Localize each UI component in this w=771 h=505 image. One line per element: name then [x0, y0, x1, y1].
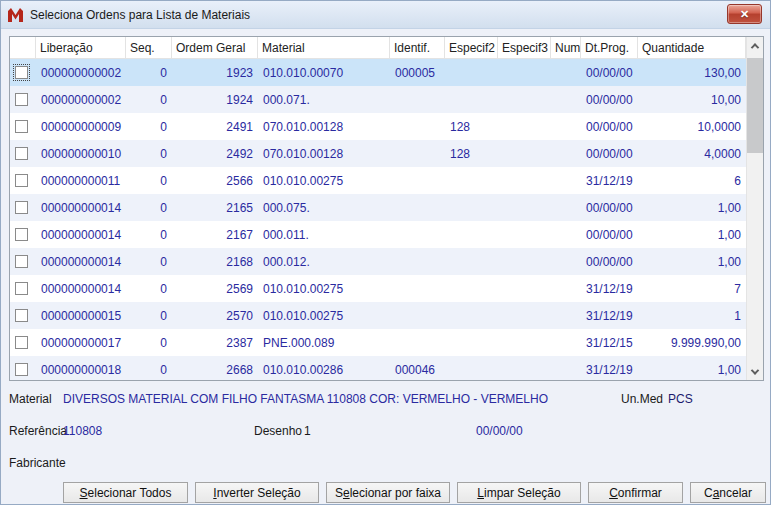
cell-seq: 0	[126, 228, 172, 242]
cell-dtprog: 31/12/19	[581, 174, 638, 188]
table-row[interactable]: 00000000001402167000.011.00/00/001,00	[10, 221, 746, 248]
cell-liberacao: 000000000014	[36, 282, 126, 296]
row-checkbox[interactable]	[15, 66, 28, 79]
vertical-scrollbar[interactable]	[746, 37, 763, 380]
selecionar-todos-button[interactable]: Selecionar Todos	[63, 482, 188, 503]
column-header-ordem[interactable]: Ordem Geral	[172, 37, 258, 58]
cell-liberacao: 000000000014	[36, 255, 126, 269]
cell-ordem: 2387	[172, 336, 258, 350]
cell-quantidade: 7	[638, 282, 746, 296]
cell-liberacao: 000000000018	[36, 363, 126, 377]
cell-seq: 0	[126, 120, 172, 134]
checkbox-cell	[10, 282, 36, 295]
cell-ordem: 2569	[172, 282, 258, 296]
checkbox-cell	[10, 309, 36, 322]
row-checkbox[interactable]	[15, 147, 28, 160]
column-header-especif3[interactable]: Especif3	[498, 37, 551, 58]
checkbox-cell	[10, 147, 36, 160]
table-row[interactable]: 00000000001402165000.075.00/00/001,00	[10, 194, 746, 221]
column-header-num[interactable]: Num	[551, 37, 581, 58]
row-checkbox[interactable]	[15, 174, 28, 187]
cell-dtprog: 31/12/19	[581, 282, 638, 296]
table-row[interactable]: 00000000000201923010.010.0007000000500/0…	[10, 59, 746, 86]
confirmar-button[interactable]: Confirmar	[588, 482, 683, 503]
column-header-liberacao[interactable]: Liberação	[36, 37, 126, 58]
cell-quantidade: 10,00	[638, 93, 746, 107]
row-checkbox[interactable]	[15, 93, 28, 106]
row-checkbox[interactable]	[15, 120, 28, 133]
column-header-material[interactable]: Material	[258, 37, 390, 58]
row-checkbox[interactable]	[15, 309, 28, 322]
column-header-checkbox	[10, 37, 36, 58]
cell-material: 000.011.	[258, 228, 390, 242]
desenho-label: Desenho	[254, 424, 302, 438]
cell-liberacao: 000000000017	[36, 336, 126, 350]
cell-especif2: 128	[445, 147, 498, 161]
referencia-label: Referência	[9, 424, 67, 438]
table-row[interactable]: 00000000001502570010.010.0027531/12/191	[10, 302, 746, 329]
checkbox-cell	[10, 336, 36, 349]
cell-dtprog: 31/12/19	[581, 363, 638, 377]
cell-ordem: 2668	[172, 363, 258, 377]
scroll-down-button[interactable]	[747, 363, 763, 380]
close-button[interactable]: ✕	[727, 4, 762, 24]
cell-ordem: 1924	[172, 93, 258, 107]
cell-dtprog: 00/00/00	[581, 201, 638, 215]
cell-seq: 0	[126, 201, 172, 215]
scrollbar-thumb[interactable]	[747, 58, 763, 153]
inverter-selecao-button[interactable]: Inverter Seleção	[195, 482, 319, 503]
column-header-identif[interactable]: Identif.	[390, 37, 445, 58]
cell-ordem: 2168	[172, 255, 258, 269]
cancelar-button[interactable]: Cancelar	[690, 482, 766, 503]
row-checkbox[interactable]	[15, 255, 28, 268]
cell-quantidade: 1	[638, 309, 746, 323]
cell-quantidade: 1,00	[638, 363, 746, 377]
table-row[interactable]: 00000000001702387PNE.000.08931/12/159.99…	[10, 329, 746, 356]
table-row[interactable]: 00000000001402168000.012.00/00/001,00	[10, 248, 746, 275]
row-checkbox[interactable]	[15, 282, 28, 295]
cell-dtprog: 31/12/15	[581, 336, 638, 350]
cell-quantidade: 1,00	[638, 255, 746, 269]
desenho-value: 1	[304, 424, 311, 438]
table-row[interactable]: 00000000000201924000.071.00/00/0010,00	[10, 86, 746, 113]
cell-ordem: 2566	[172, 174, 258, 188]
cell-ordem: 1923	[172, 66, 258, 80]
checkbox-cell	[10, 363, 36, 376]
cell-quantidade: 6	[638, 174, 746, 188]
cell-liberacao: 000000000010	[36, 147, 126, 161]
cell-seq: 0	[126, 309, 172, 323]
table-row[interactable]: 00000000001102566010.010.0027531/12/196	[10, 167, 746, 194]
column-header-dtprog[interactable]: Dt.Prog.	[581, 37, 638, 58]
cell-quantidade: 9.999.990,00	[638, 336, 746, 350]
cell-material: 010.010.00070	[258, 66, 390, 80]
table-row[interactable]: 00000000001402569010.010.0027531/12/197	[10, 275, 746, 302]
chevron-down-icon	[751, 366, 759, 374]
cell-ordem: 2165	[172, 201, 258, 215]
referencia-value: 110808	[63, 424, 102, 438]
limpar-selecao-button[interactable]: Limpar Seleção	[457, 482, 581, 503]
cell-quantidade: 1,00	[638, 201, 746, 215]
cell-material: 070.010.00128	[258, 147, 390, 161]
scroll-up-button[interactable]	[747, 37, 763, 54]
app-icon	[7, 7, 24, 23]
table-row[interactable]: 00000000001002492070.010.0012812800/00/0…	[10, 140, 746, 167]
table-row[interactable]: 00000000000902491070.010.0012812800/00/0…	[10, 113, 746, 140]
row-checkbox[interactable]	[15, 363, 28, 376]
checkbox-cell	[10, 66, 36, 79]
cell-ordem: 2491	[172, 120, 258, 134]
row-checkbox[interactable]	[15, 201, 28, 214]
row-checkbox[interactable]	[15, 336, 28, 349]
cell-dtprog: 00/00/00	[581, 147, 638, 161]
row-checkbox[interactable]	[15, 228, 28, 241]
unmed-label: Un.Med	[621, 392, 663, 406]
cell-quantidade: 10,0000	[638, 120, 746, 134]
column-header-especif2[interactable]: Especif2	[445, 37, 498, 58]
column-header-quantidade[interactable]: Quantidade	[638, 37, 746, 58]
table-row[interactable]: 00000000001802668010.010.0028600004631/1…	[10, 356, 746, 380]
cell-quantidade: 130,00	[638, 66, 746, 80]
cell-identif: 000046	[390, 363, 445, 377]
selecionar-por-faixa-button[interactable]: Selecionar por faixa	[326, 482, 450, 503]
column-header-seq[interactable]: Seq.	[126, 37, 172, 58]
cell-material: PNE.000.089	[258, 336, 390, 350]
cell-material: 010.010.00286	[258, 363, 390, 377]
